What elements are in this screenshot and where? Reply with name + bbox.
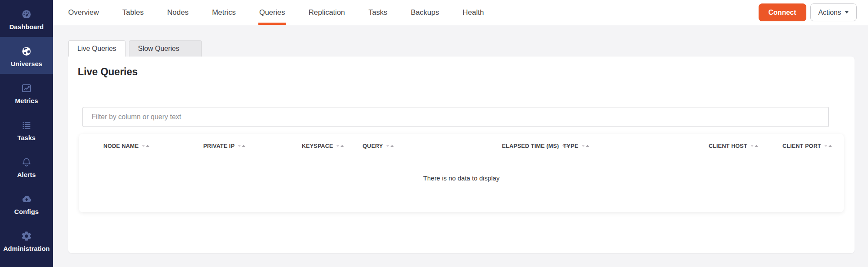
tab-overview[interactable]: Overview <box>67 0 100 25</box>
tab-replication[interactable]: Replication <box>307 0 346 25</box>
page-title: Live Queries <box>68 57 855 78</box>
globe-icon <box>21 46 32 57</box>
sidebar-item-label: Alerts <box>17 171 36 178</box>
sort-icon[interactable] <box>750 145 758 147</box>
actions-label: Actions <box>818 9 841 17</box>
sidebar-item-administration[interactable]: Administration <box>0 222 53 259</box>
gear-icon <box>21 230 32 242</box>
list-icon <box>21 120 32 131</box>
tab-live-queries[interactable]: Live Queries <box>68 40 125 57</box>
queries-table: NODE NAME PRIVATE IP KEYSPACE QUERY <box>79 134 844 212</box>
sidebar-item-label: Configs <box>14 208 39 215</box>
sort-icon[interactable] <box>336 145 344 147</box>
sidebar-item-label: Universes <box>11 60 43 67</box>
sidebar-item-label: Administration <box>3 245 50 252</box>
queries-content: Live Queries Slow Queries Live Queries N… <box>53 25 868 267</box>
tab-health[interactable]: Health <box>462 0 485 25</box>
sidebar-item-label: Tasks <box>17 134 36 141</box>
query-filter-input[interactable] <box>83 107 829 127</box>
sidebar-item-alerts[interactable]: Alerts <box>0 148 53 185</box>
sidebar-item-label: Dashboard <box>9 23 43 30</box>
app-window: Dashboard Universes <box>0 0 868 267</box>
tab-metrics[interactable]: Metrics <box>211 0 237 25</box>
sidebar-item-configs[interactable]: Configs <box>0 185 53 222</box>
tab-queries[interactable]: Queries <box>258 0 286 25</box>
column-header-node-name[interactable]: NODE NAME <box>103 143 203 149</box>
sort-icon[interactable] <box>238 145 245 147</box>
tab-tasks[interactable]: Tasks <box>368 0 388 25</box>
column-header-type[interactable]: TYPE <box>563 143 709 149</box>
connect-button[interactable]: Connect <box>759 3 806 21</box>
bell-icon <box>21 157 32 168</box>
sort-icon[interactable] <box>581 145 589 147</box>
topnav-links: Overview Tables Nodes Metrics Queries Re… <box>53 0 506 25</box>
main-area: Overview Tables Nodes Metrics Queries Re… <box>53 0 868 267</box>
sort-icon[interactable] <box>824 145 832 147</box>
table-header-row: NODE NAME PRIVATE IP KEYSPACE QUERY <box>79 134 844 149</box>
tab-tables[interactable]: Tables <box>122 0 145 25</box>
sidebar-item-label: Metrics <box>15 97 38 104</box>
live-queries-panel: Live Queries NODE NAME PRIVATE IP <box>68 57 855 253</box>
queries-subtabs: Live Queries Slow Queries <box>68 40 868 57</box>
tab-nodes[interactable]: Nodes <box>166 0 189 25</box>
sidebar: Dashboard Universes <box>0 0 53 267</box>
column-header-elapsed-time[interactable]: ELAPSED TIME (MS) <box>502 143 563 149</box>
tab-backups[interactable]: Backups <box>410 0 440 25</box>
sidebar-item-tasks[interactable]: Tasks <box>0 111 53 148</box>
gauge-icon <box>21 9 32 20</box>
tab-slow-queries[interactable]: Slow Queries <box>129 40 202 57</box>
column-header-keyspace[interactable]: KEYSPACE <box>302 143 363 149</box>
column-header-client-host[interactable]: CLIENT HOST <box>709 143 782 149</box>
universe-topnav: Overview Tables Nodes Metrics Queries Re… <box>53 0 868 25</box>
actions-dropdown-button[interactable]: Actions <box>810 3 857 21</box>
line-chart-icon <box>21 83 32 94</box>
cloud-upload-icon <box>21 194 32 205</box>
topbar-actions: Connect Actions <box>759 0 868 25</box>
sort-icon[interactable] <box>142 145 149 147</box>
sidebar-item-dashboard[interactable]: Dashboard <box>0 0 53 37</box>
sidebar-item-universes[interactable]: Universes <box>0 37 53 74</box>
sort-icon[interactable] <box>386 145 394 147</box>
column-header-client-port[interactable]: CLIENT PORT <box>782 143 844 149</box>
empty-table-message: There is no data to display <box>79 174 844 182</box>
column-header-private-ip[interactable]: PRIVATE IP <box>203 143 302 149</box>
chevron-down-icon <box>845 11 848 13</box>
sidebar-item-metrics[interactable]: Metrics <box>0 74 53 111</box>
filter-wrap <box>83 107 829 127</box>
column-header-query[interactable]: QUERY <box>363 143 502 149</box>
